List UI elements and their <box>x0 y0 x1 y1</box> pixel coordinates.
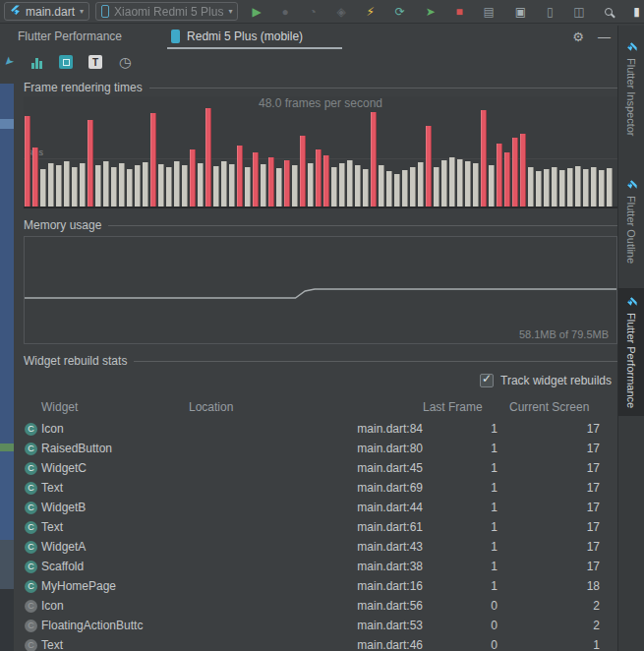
frame-bar <box>198 163 204 207</box>
frame-bar <box>410 167 416 207</box>
section-divider <box>108 225 617 226</box>
stop-icon[interactable]: ■ <box>456 6 463 18</box>
cell-widget: Icon <box>41 422 189 436</box>
class-icon: C <box>25 423 37 436</box>
cell-current-screen: 17 <box>509 520 612 534</box>
time-dilation-icon[interactable]: ◷ <box>118 55 132 69</box>
resource-manager-icon[interactable]: ◫ <box>573 6 584 18</box>
run-icon[interactable]: ▶ <box>252 6 261 18</box>
frame-bar <box>48 163 54 207</box>
cell-last-frame: 1 <box>423 461 509 475</box>
cell-current-screen: 17 <box>509 560 612 573</box>
frame-bar <box>339 163 345 207</box>
attach-debugger-icon[interactable]: ➤ <box>426 6 436 18</box>
device-manager-icon[interactable]: ▤ <box>484 6 495 18</box>
performance-overlay-icon[interactable] <box>29 55 43 69</box>
layout-inspector-icon[interactable]: ▣ <box>515 6 526 18</box>
frame-bar <box>182 165 188 207</box>
frame-bar <box>80 163 86 207</box>
frame-bar <box>379 165 384 207</box>
table-row[interactable]: C WidgetB main.dart:44 1 17 <box>16 498 617 517</box>
cell-location: main.dart:80 <box>189 442 423 455</box>
cell-current-screen: 2 <box>509 619 612 632</box>
profile-icon[interactable]: ◔ <box>310 6 317 18</box>
frame-bar <box>449 157 455 207</box>
device-mirror-icon[interactable]: ▯ <box>547 6 554 18</box>
frame-bar <box>88 120 93 207</box>
cell-current-screen: 2 <box>509 599 612 613</box>
table-row[interactable]: C Scaffold main.dart:38 1 17 <box>16 557 617 576</box>
dock-tab-flutter-outline[interactable]: Flutter Outline <box>618 171 644 271</box>
track-rebuilds-checkbox[interactable] <box>480 374 494 387</box>
cell-current-screen: 17 <box>509 501 612 514</box>
phone-icon <box>171 30 180 43</box>
frame-bar <box>371 112 377 207</box>
frame-bar <box>190 149 196 207</box>
cell-current-screen: 18 <box>509 579 612 593</box>
table-row[interactable]: C RaisedButton main.dart:80 1 17 <box>16 439 617 458</box>
hot-reload-icon[interactable]: ⚡ <box>367 6 375 18</box>
class-icon: C <box>25 541 37 554</box>
table-row[interactable]: C WidgetA main.dart:43 1 17 <box>16 537 617 557</box>
paint-baselines-icon[interactable]: T <box>88 55 102 69</box>
frame-bar <box>363 169 369 207</box>
frame-bar <box>426 126 432 207</box>
frame-bar <box>536 171 542 207</box>
cell-widget: Icon <box>41 599 189 613</box>
class-icon: C <box>25 482 37 495</box>
table-row[interactable]: C Text main.dart:69 1 17 <box>16 478 617 498</box>
coverage-icon[interactable]: ◈ <box>337 6 346 18</box>
phone-icon <box>101 5 109 18</box>
run-config-label: main.dart <box>26 5 75 19</box>
track-rebuilds-label[interactable]: Track widget rebuilds <box>500 374 612 387</box>
class-icon: C <box>25 462 37 475</box>
collapse-arrow-icon[interactable]: ➤ <box>1 53 18 70</box>
strip-segment <box>0 444 14 451</box>
frame-bar <box>512 138 518 207</box>
frame-bar <box>559 170 565 207</box>
table-row[interactable]: C Icon main.dart:84 1 17 <box>16 419 617 439</box>
table-row[interactable]: C Text main.dart:46 0 1 <box>16 635 617 651</box>
frame-bar <box>166 167 172 207</box>
dock-tab-flutter-inspector[interactable]: Flutter Inspector <box>618 33 644 144</box>
frame-bar <box>150 113 156 207</box>
dock-tab-flutter-performance[interactable]: Flutter Performance <box>618 288 644 416</box>
frame-bar <box>497 144 502 207</box>
table-row[interactable]: C Text main.dart:61 1 17 <box>16 517 617 537</box>
table-row[interactable]: C MyHomePage main.dart:16 1 18 <box>16 576 617 596</box>
frame-bar <box>56 165 62 207</box>
run-config-select[interactable]: main.dart ▾ <box>4 2 89 21</box>
cell-last-frame: 0 <box>423 619 509 632</box>
search-icon[interactable] <box>605 6 613 18</box>
debug-icon[interactable]: ● <box>281 6 288 18</box>
panel-tab-bar: Flutter Performance Redmi 5 Plus (mobile… <box>0 24 644 49</box>
table-row[interactable]: C Icon main.dart:56 0 2 <box>16 596 617 616</box>
settings-gear-icon[interactable]: ⚙ <box>572 30 584 44</box>
editor-scrollbar-strip <box>0 75 14 651</box>
repaint-rainbow-icon[interactable] <box>59 55 73 69</box>
table-row[interactable]: C FloatingActionButtc main.dart:53 0 2 <box>16 616 617 635</box>
table-row[interactable]: C WidgetC main.dart:45 1 17 <box>16 458 617 478</box>
flutter-icon <box>10 5 21 19</box>
tab-device[interactable]: Redmi 5 Plus (mobile) <box>167 24 342 49</box>
frame-bar <box>323 155 329 207</box>
frame-bar <box>229 164 235 207</box>
hot-restart-icon[interactable]: ⟳ <box>395 6 405 18</box>
device-label: Xiaomi Redmi 5 Plus <box>114 5 223 19</box>
cell-widget: WidgetC <box>41 461 189 475</box>
frame-bar <box>575 166 581 207</box>
notifications-icon[interactable]: ▮ <box>633 6 640 18</box>
frame-bar <box>489 165 495 207</box>
strip-segment <box>0 84 14 119</box>
minimize-icon[interactable]: — <box>598 30 611 44</box>
cell-widget: RaisedButton <box>41 442 189 455</box>
frame-bars <box>25 108 617 207</box>
cell-location: main.dart:16 <box>189 579 423 593</box>
cell-last-frame: 1 <box>423 422 509 436</box>
frame-bar <box>520 134 526 207</box>
cell-location: main.dart:69 <box>189 481 423 495</box>
device-select[interactable]: Xiaomi Redmi 5 Plus ▾ <box>95 2 238 21</box>
frame-bar <box>316 149 322 207</box>
panel-title: Flutter Performance <box>18 30 122 43</box>
cell-current-screen: 17 <box>509 481 612 495</box>
